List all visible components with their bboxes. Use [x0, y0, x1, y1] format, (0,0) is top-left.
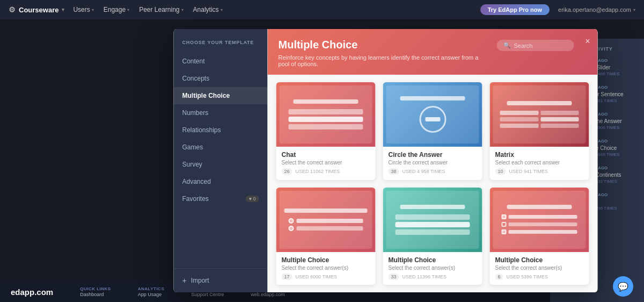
sidebar-item-advanced[interactable]: Advanced: [174, 173, 268, 190]
search-icon: 🔍: [503, 42, 511, 49]
preview-title: [400, 205, 465, 209]
preview-bar-3: [396, 229, 470, 235]
preview-title: [293, 99, 358, 104]
preview-inner: [386, 85, 479, 143]
card-stats: 33 USED 11396 TIMES: [389, 274, 477, 280]
sidebar-item-games[interactable]: Games: [174, 139, 268, 156]
preview-inner: [386, 191, 479, 249]
stat-badge: 6: [495, 274, 503, 280]
card-subtitle: Select the correct answer(s): [389, 265, 477, 271]
brand-name: Courseware: [19, 6, 58, 14]
card-info-textinput: Multiple Choice Select the correct answe…: [383, 252, 482, 284]
preview-inner: [493, 191, 586, 249]
top-navigation: ⚙ Courseware ▾ Users ▾ Engage ▾ Peer Lea…: [0, 0, 644, 19]
nav-peer-learning[interactable]: Peer Learning ▾: [139, 6, 183, 13]
sidebar-item-multiple-choice[interactable]: Multiple Choice: [174, 87, 268, 104]
card-title: Multiple Choice: [495, 256, 584, 264]
sidebar-header: Choose Your Template: [174, 40, 268, 53]
card-preview-multi: [490, 188, 589, 252]
template-modal: Choose Your Template Content Concepts Mu…: [174, 29, 598, 292]
stat-uses: USED 6000 TIMES: [296, 274, 337, 279]
chat-button[interactable]: 💬: [613, 276, 633, 297]
preview-title: [507, 205, 572, 209]
card-subtitle: Select the correct answer(s): [495, 265, 584, 271]
card-subtitle: Circle the correct answer: [389, 160, 477, 166]
card-stats: 10 USED 941 TIMES: [495, 168, 584, 175]
plus-icon: +: [182, 276, 187, 285]
user-email[interactable]: erika.opertano@edapp.com ▾: [558, 6, 635, 13]
footer-analytics-appusage[interactable]: App Usage: [138, 292, 165, 297]
stat-uses: USED 4 958 TIMES: [402, 169, 445, 174]
modal-description: Reinforce key concepts by having learner…: [279, 54, 482, 67]
card-stats: 6 USED 5396 TIMES: [495, 274, 584, 280]
footer-quicklinks-dashboard[interactable]: Dashboard: [80, 292, 111, 297]
nav-users[interactable]: Users ▾: [73, 6, 93, 13]
preview-inner: [280, 85, 372, 143]
search-input[interactable]: [514, 42, 568, 49]
preview-title: [284, 208, 368, 213]
circle-preview: [419, 106, 446, 133]
sidebar-item-survey[interactable]: Survey: [174, 156, 268, 173]
stat-uses: USED 11062 TIMES: [296, 169, 340, 174]
card-info-multi: Multiple Choice Select the correct answe…: [490, 252, 589, 284]
sidebar-item-concepts[interactable]: Concepts: [174, 70, 268, 87]
multi-options: [501, 214, 577, 234]
footer-quicklinks: Quick Links Dashboard: [80, 286, 111, 297]
card-preview-textinput: [383, 188, 482, 252]
card-preview-matrix: [490, 82, 589, 147]
import-button[interactable]: + Import: [174, 268, 268, 292]
sidebar-item-favorites[interactable]: Favorites ♥ 0: [174, 190, 268, 207]
nav-items: Users ▾ Engage ▾ Peer Learning ▾ Analyti…: [73, 6, 471, 13]
card-subtitle: Select the correct answer: [282, 160, 370, 166]
preview-title: [507, 101, 572, 105]
stat-uses: USED 11396 TIMES: [402, 274, 447, 279]
nav-analytics[interactable]: Analytics ▾: [193, 6, 223, 13]
template-card-multi[interactable]: Multiple Choice Select the correct answe…: [490, 188, 589, 285]
card-subtitle: Select the correct answer(s): [282, 265, 370, 271]
card-info-circle: Circle the Answer Circle the correct ans…: [383, 147, 482, 179]
preview-bar-1: [396, 214, 470, 220]
stat-badge: 17: [282, 274, 292, 280]
sidebar-item-relationships[interactable]: Relationships: [174, 121, 268, 139]
card-title: Multiple Choice: [282, 256, 370, 264]
brand-logo[interactable]: ⚙ Courseware ▾: [9, 5, 64, 14]
card-stats: 38 USED 4 958 TIMES: [389, 168, 477, 175]
card-info-chat: Chat Select the correct answer 26 USED 1…: [276, 147, 376, 179]
preview-inner: [280, 191, 372, 249]
try-pro-button[interactable]: Try EdApp Pro now: [480, 4, 550, 15]
footer-analytics-header: Analytics: [138, 286, 165, 291]
card-subtitle: Select each correct answer: [495, 160, 584, 166]
template-card-truefalse[interactable]: Multiple Choice Select the correct answe…: [276, 188, 376, 285]
template-card-circle[interactable]: Circle the Answer Circle the correct ans…: [383, 82, 482, 180]
stat-badge: 38: [389, 168, 399, 175]
card-preview-truefalse: [276, 188, 376, 252]
modal-main: Multiple Choice Reinforce key concepts b…: [268, 29, 598, 292]
main-area: Choose Your Template Content Concepts Mu…: [0, 19, 644, 302]
stat-badge: 33: [389, 274, 399, 280]
template-card-matrix[interactable]: Matrix Select each correct answer 10 USE…: [490, 82, 589, 180]
close-button[interactable]: ×: [585, 37, 590, 46]
footer-edapp-website[interactable]: web.edapp.com: [251, 292, 285, 297]
sidebar-item-numbers[interactable]: Numbers: [174, 104, 268, 121]
footer-brand: edapp.com: [11, 287, 53, 297]
stat-uses: USED 941 TIMES: [509, 169, 548, 174]
card-stats: 17 USED 6000 TIMES: [282, 274, 370, 280]
card-preview-chat: [276, 82, 376, 147]
footer-resources-support[interactable]: Support Centre: [191, 292, 224, 297]
brand-chevron: ▾: [62, 7, 64, 12]
preview-title: [400, 96, 465, 100]
footer-analytics: Analytics App Usage: [138, 286, 165, 297]
stat-badge: 10: [495, 168, 506, 175]
chat-icon: 💬: [618, 282, 628, 292]
sidebar-item-content[interactable]: Content: [174, 53, 268, 70]
search-box[interactable]: 🔍: [497, 40, 574, 51]
preview-bar-2: [396, 222, 470, 227]
template-card-textinput[interactable]: Multiple Choice Select the correct answe…: [383, 188, 482, 285]
gear-icon: ⚙: [9, 5, 16, 14]
preview-option-2: [289, 117, 363, 122]
card-title: Matrix: [495, 151, 584, 159]
preview-inner: [493, 85, 586, 143]
preview-option-3: [289, 124, 363, 130]
template-card-chat[interactable]: Chat Select the correct answer 26 USED 1…: [276, 82, 376, 180]
nav-engage[interactable]: Engage ▾: [104, 6, 129, 13]
